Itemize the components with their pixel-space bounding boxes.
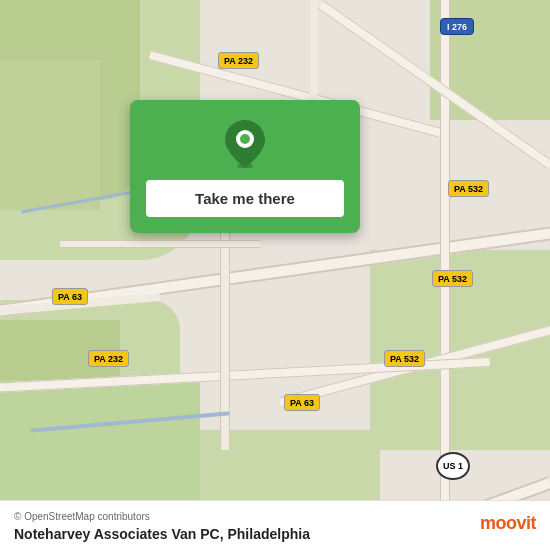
location-pin-icon [225,120,265,168]
map: PA 232I 276PA 532PA 532PA 532PA 63PA 232… [0,0,550,550]
route-badge: PA 63 [52,288,88,305]
location-title: Noteharvey Associates Van PC, Philadelph… [14,526,536,542]
map-attribution: © OpenStreetMap contributors [14,511,536,522]
moovit-logo: moovit [480,513,536,534]
svg-point-2 [240,134,250,144]
route-badge: PA 63 [284,394,320,411]
route-badge: I 276 [440,18,474,35]
road [60,240,260,248]
bottom-bar: © OpenStreetMap contributors Noteharvey … [0,500,550,550]
route-badge: PA 532 [448,180,489,197]
route-badge: PA 532 [432,270,473,287]
route-badge: PA 532 [384,350,425,367]
route-badge: US 1 [436,452,470,480]
location-popup: Take me there [130,100,360,233]
moovit-brand-text: moovit [480,513,536,534]
green-area [0,60,100,210]
green-area [0,380,200,500]
route-badge: PA 232 [218,52,259,69]
take-me-there-button[interactable]: Take me there [146,180,344,217]
route-badge: PA 232 [88,350,129,367]
